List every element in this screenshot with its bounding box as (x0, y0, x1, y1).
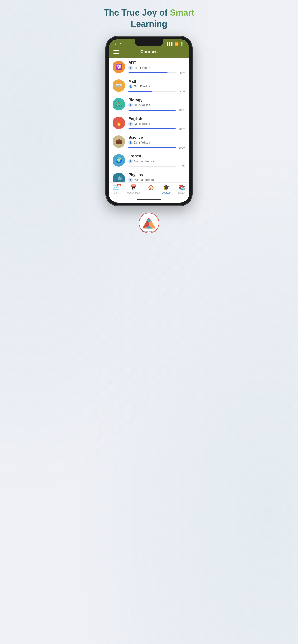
course-teacher: 👤 Tom Friedman (128, 84, 186, 89)
progress-row: 100% (128, 128, 186, 130)
app-header: Courses (109, 48, 189, 58)
teacher-avatar: 👤 (128, 159, 133, 164)
library-icon: 📚 (179, 184, 185, 190)
course-list[interactable]: ⚛️ ART 👤 Tom Friedman 83% ⌨️ Math 👤 Tom … (109, 58, 189, 182)
teacher-avatar: 👤 (128, 66, 133, 70)
phone-frame: 7:07 ▌▌▌ 📶 🔋 Courses (106, 36, 192, 206)
page-wrapper: The True Joy of Smart Learning 7:07 ▌▌▌ … (89, 7, 209, 234)
course-icon: 🌍 (112, 154, 125, 166)
progress-bar-fill (128, 72, 168, 73)
progress-bar-fill (128, 128, 176, 130)
course-teacher: 👤 Martha Flowers (128, 178, 186, 182)
progress-bar-fill (128, 147, 176, 148)
nav-item-courses[interactable]: 🎓 Courses (162, 184, 171, 194)
nav-label-mail: Mail (113, 192, 118, 194)
progress-bar-bg (128, 147, 176, 148)
home-bar (137, 199, 161, 200)
progress-row: 83% (128, 72, 186, 74)
nav-label-weekly-plan: Weekly Plan (127, 192, 140, 194)
progress-percent: 100% (178, 146, 186, 149)
course-item[interactable]: ⌨️ Math 👤 Tom Friedman 50% (109, 76, 189, 95)
menu-line-3 (113, 53, 119, 54)
course-icon: ⚛️ (112, 60, 125, 73)
wifi-icon: 📶 (175, 42, 179, 46)
progress-bar-bg (128, 166, 176, 167)
status-icons: ▌▌▌ 📶 🔋 (167, 42, 184, 46)
course-item[interactable]: 🔥 English 👤 Doris Wilson 100% (109, 114, 189, 132)
course-teacher: 👤 Tom Friedman (128, 66, 186, 70)
course-info: French 👤 Martha Flowers 0% (128, 154, 186, 168)
home-indicator (109, 197, 189, 203)
course-icon: 🔎 (112, 173, 125, 182)
course-icon: ⌨️ (112, 79, 125, 92)
svg-text:Excellence in Education: Excellence in Education (142, 230, 156, 232)
course-teacher: 👤 Doris Wilson (128, 103, 186, 107)
course-name: Math (128, 79, 186, 84)
headline-learning: Learning (131, 19, 167, 29)
brand-logo: Excellence in Education (138, 212, 160, 234)
course-item[interactable]: 🚴 Biology 👤 Doris Wilson 100% (109, 95, 189, 114)
course-name: Science (128, 135, 186, 140)
weekly-plan-icon: 📅 (130, 184, 136, 190)
teacher-avatar: 👤 (128, 103, 133, 107)
bottom-nav: ✉️ 11 Mail 📅 Weekly Plan 🏠 🎓 Courses 📚 L… (109, 182, 189, 197)
course-name: Physics (128, 173, 186, 177)
battery-icon: 🔋 (180, 42, 184, 46)
menu-line-2 (113, 52, 119, 52)
app-title: Courses (140, 49, 158, 54)
menu-line-1 (113, 50, 119, 50)
progress-percent: 83% (178, 72, 186, 74)
course-teacher: 👤 Doris Wilson (128, 140, 186, 145)
course-name: ART (128, 60, 186, 65)
progress-percent: 100% (178, 109, 186, 112)
headline-text: The True Joy of (104, 8, 170, 18)
course-icon: 🔥 (112, 117, 125, 129)
progress-bar-bg (128, 128, 176, 130)
nav-item-home[interactable]: 🏠 (147, 184, 154, 194)
course-info: Physics 👤 Martha Flowers 48% (128, 173, 186, 182)
progress-row: 50% (128, 90, 186, 93)
course-teacher: 👤 Doris Wilson (128, 122, 186, 126)
course-info: Science 👤 Doris Wilson 100% (128, 135, 186, 149)
course-teacher: 👤 Martha Flowers (128, 159, 186, 164)
course-item[interactable]: 🔎 Physics 👤 Martha Flowers 48% (109, 170, 189, 182)
teacher-avatar: 👤 (128, 84, 133, 89)
signal-icon: ▌▌▌ (167, 42, 174, 46)
teacher-avatar: 👤 (128, 140, 133, 145)
course-name: French (128, 154, 186, 158)
course-info: Biology 👤 Doris Wilson 100% (128, 98, 186, 112)
course-item[interactable]: ⚛️ ART 👤 Tom Friedman 83% (109, 58, 189, 76)
phone-inner: 7:07 ▌▌▌ 📶 🔋 Courses (109, 39, 189, 203)
nav-badge: 11 (117, 184, 121, 186)
course-item[interactable]: 💼 Science 👤 Doris Wilson 100% (109, 132, 189, 151)
course-icon: 🚴 (112, 98, 125, 110)
courses-icon: 🎓 (163, 184, 169, 190)
progress-bar-fill (128, 91, 152, 92)
course-info: English 👤 Doris Wilson 100% (128, 117, 186, 130)
progress-row: 0% (128, 165, 186, 168)
course-name: English (128, 117, 186, 121)
course-item[interactable]: 🌍 French 👤 Martha Flowers 0% (109, 151, 189, 170)
status-time: 7:07 (114, 42, 121, 46)
home-icon: 🏠 (147, 184, 154, 190)
teacher-avatar: 👤 (128, 122, 133, 126)
progress-bar-fill (128, 110, 176, 111)
progress-bar-bg (128, 110, 176, 111)
course-info: Math 👤 Tom Friedman 50% (128, 79, 186, 93)
nav-item-mail[interactable]: ✉️ 11 Mail (112, 184, 119, 194)
nav-label-courses: Courses (162, 192, 171, 194)
nav-item-library[interactable]: 📚 Library (178, 184, 186, 194)
teacher-avatar: 👤 (128, 178, 133, 182)
progress-bar-bg (128, 72, 176, 73)
notch (135, 39, 163, 46)
nav-label-library: Library (178, 192, 186, 194)
course-icon: 💼 (112, 135, 125, 148)
menu-button[interactable] (113, 50, 119, 54)
progress-percent: 0% (178, 165, 186, 168)
progress-percent: 100% (178, 128, 186, 130)
nav-item-weekly-plan[interactable]: 📅 Weekly Plan (127, 184, 140, 194)
svg-point-4 (147, 219, 151, 222)
progress-percent: 50% (178, 90, 186, 93)
progress-bar-bg (128, 91, 176, 92)
progress-row: 100% (128, 146, 186, 149)
